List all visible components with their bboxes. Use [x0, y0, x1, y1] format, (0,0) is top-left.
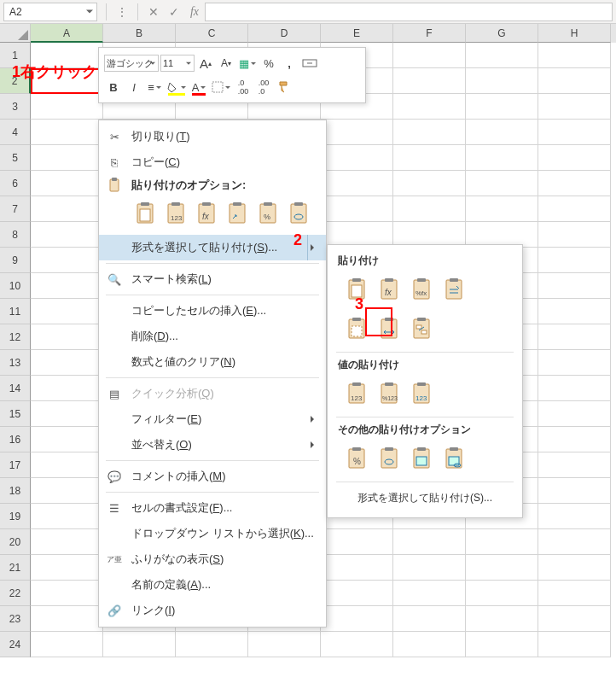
ctx-paste-special[interactable]: 形式を選択して貼り付け(S)...	[99, 235, 326, 260]
cell[interactable]	[538, 68, 611, 94]
cell[interactable]	[31, 376, 103, 401]
italic-icon[interactable]: I	[125, 78, 143, 96]
increase-decimal-icon[interactable]: .0.00	[234, 78, 253, 96]
comma-icon[interactable]: ,	[280, 54, 299, 73]
cell[interactable]	[31, 171, 103, 196]
font-family-dropdown[interactable]: 游ゴシック	[104, 55, 159, 72]
row-header[interactable]: 3	[0, 94, 31, 120]
bold-icon[interactable]: B	[104, 78, 123, 96]
borders-icon[interactable]	[210, 78, 232, 96]
row-header[interactable]: 23	[0, 606, 31, 632]
cell[interactable]	[538, 299, 611, 324]
cell[interactable]	[393, 632, 466, 657]
row-header[interactable]: 6	[0, 171, 31, 196]
row-header[interactable]: 13	[0, 350, 31, 376]
col-header-F[interactable]: F	[393, 24, 466, 43]
merge-center-icon[interactable]	[300, 54, 319, 73]
cell[interactable]	[321, 632, 393, 657]
row-header[interactable]: 20	[0, 529, 31, 555]
paste-formatting-icon[interactable]: %	[254, 199, 282, 228]
cell[interactable]	[466, 632, 538, 657]
fly-other-picture[interactable]	[408, 444, 435, 473]
paste-transpose-icon[interactable]	[224, 199, 251, 228]
cell[interactable]	[393, 120, 466, 145]
ctx-clear[interactable]: 数式と値のクリア(N)	[99, 349, 326, 375]
cell[interactable]	[31, 248, 103, 273]
cell[interactable]	[248, 632, 321, 657]
row-header[interactable]: 1	[0, 43, 31, 68]
cell[interactable]	[31, 350, 103, 376]
cell[interactable]	[538, 171, 611, 196]
row-header[interactable]: 18	[0, 478, 31, 504]
ctx-delete[interactable]: 削除(D)...	[99, 324, 326, 349]
cell[interactable]	[31, 452, 103, 478]
fly-values-source[interactable]: 123	[408, 379, 435, 408]
cell[interactable]	[538, 350, 611, 376]
ctx-pick-from-list[interactable]: ドロップダウン リストから選択(K)...	[99, 521, 326, 546]
row-header[interactable]: 19	[0, 504, 31, 529]
cell[interactable]	[538, 555, 611, 581]
col-header-C[interactable]: C	[176, 24, 248, 43]
col-header-H[interactable]: H	[538, 24, 611, 43]
cell[interactable]	[31, 529, 103, 555]
row-header[interactable]: 14	[0, 376, 31, 401]
cell[interactable]	[538, 504, 611, 529]
paste-link-icon[interactable]	[285, 199, 312, 228]
ctx-insert-comment[interactable]: 💬 コメントの挿入(M)	[99, 464, 326, 489]
cell[interactable]	[31, 427, 103, 452]
cell[interactable]	[538, 94, 611, 120]
row-header[interactable]: 4	[0, 120, 31, 145]
cell[interactable]	[466, 529, 538, 555]
cell[interactable]	[538, 376, 611, 401]
fly-paste-transpose[interactable]	[408, 314, 435, 343]
cell[interactable]	[538, 145, 611, 171]
cell[interactable]	[31, 222, 103, 248]
enter-icon[interactable]: ✓	[164, 3, 184, 21]
cell[interactable]	[538, 120, 611, 145]
row-header[interactable]: 24	[0, 632, 31, 657]
cell[interactable]	[31, 145, 103, 171]
fx-icon[interactable]: fx	[184, 3, 205, 21]
row-header[interactable]: 21	[0, 555, 31, 581]
cell[interactable]	[466, 120, 538, 145]
fly-paste-no-borders[interactable]	[343, 314, 370, 343]
row-header[interactable]: 2	[0, 68, 31, 94]
col-header-B[interactable]: B	[103, 24, 176, 43]
cell[interactable]	[538, 452, 611, 478]
col-header-D[interactable]: D	[248, 24, 321, 43]
cell[interactable]	[538, 222, 611, 248]
cell[interactable]	[466, 555, 538, 581]
ctx-furigana[interactable]: ア亜 ふりがなの表示(S)	[99, 546, 326, 572]
cell[interactable]	[393, 68, 466, 94]
cell[interactable]	[321, 145, 393, 171]
cell[interactable]	[31, 632, 103, 657]
cell[interactable]	[321, 606, 393, 632]
name-box[interactable]: A2	[3, 3, 97, 21]
ctx-sort[interactable]: 並べ替え(O)	[99, 432, 326, 458]
increase-font-icon[interactable]: A▴	[196, 54, 215, 73]
cell[interactable]	[31, 478, 103, 504]
cell[interactable]	[31, 555, 103, 581]
cell[interactable]	[393, 145, 466, 171]
cancel-icon[interactable]: ✕	[143, 3, 164, 21]
col-header-E[interactable]: E	[321, 24, 393, 43]
row-header[interactable]: 15	[0, 401, 31, 427]
fly-other-linked-picture[interactable]	[440, 444, 468, 473]
cell[interactable]	[538, 248, 611, 273]
align-icon[interactable]: ≡	[145, 78, 164, 96]
accounting-format-icon[interactable]: ▦	[237, 54, 258, 73]
cell[interactable]	[466, 94, 538, 120]
cell[interactable]	[466, 606, 538, 632]
cell[interactable]	[466, 145, 538, 171]
cell[interactable]	[31, 401, 103, 427]
row-header[interactable]: 7	[0, 196, 31, 222]
cell[interactable]	[466, 171, 538, 196]
fly-paste-formulas-number[interactable]: %fx	[408, 275, 435, 304]
cell[interactable]	[321, 581, 393, 606]
cell[interactable]	[538, 529, 611, 555]
col-header-G[interactable]: G	[466, 24, 538, 43]
formula-input[interactable]	[205, 3, 613, 21]
cell[interactable]	[393, 94, 466, 120]
cell[interactable]	[538, 606, 611, 632]
paste-values-icon[interactable]: 123	[162, 199, 189, 228]
